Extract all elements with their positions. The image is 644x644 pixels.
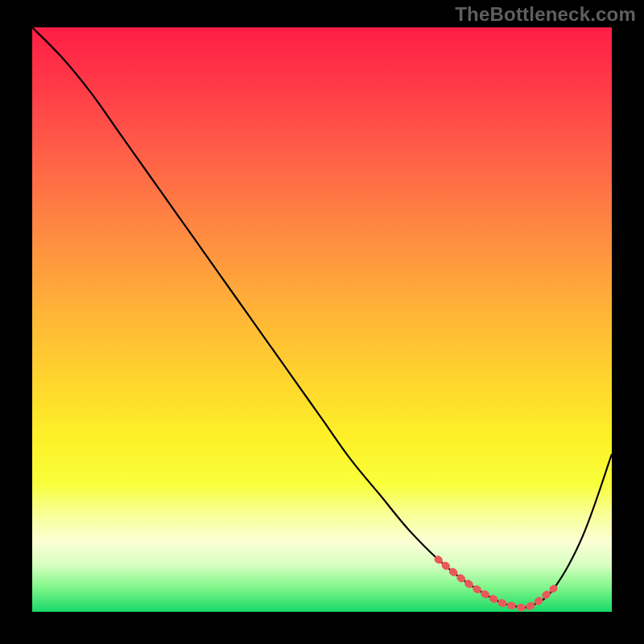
valley-highlight: [438, 559, 554, 608]
chart-svg: [32, 27, 612, 612]
bottleneck-curve: [32, 27, 612, 608]
watermark-label: TheBottleneck.com: [455, 3, 636, 26]
plot-area: [32, 27, 612, 612]
chart-frame: TheBottleneck.com: [0, 0, 644, 644]
